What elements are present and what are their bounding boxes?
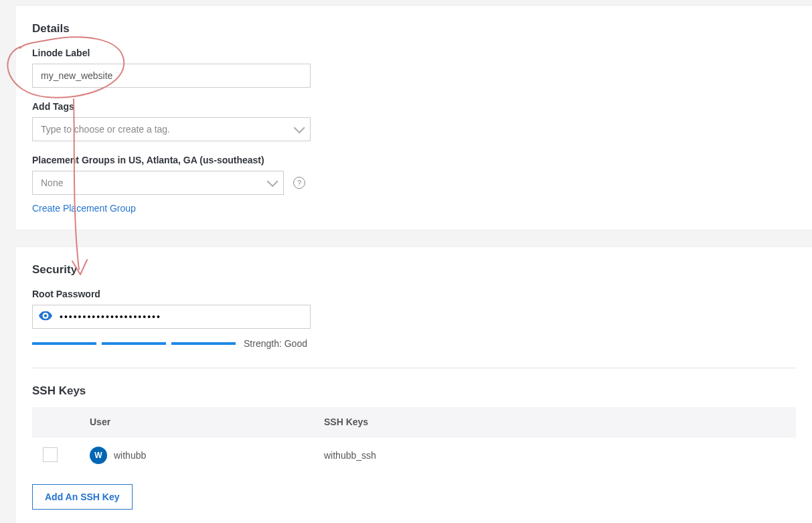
avatar: W (90, 447, 107, 464)
linode-label-input[interactable] (32, 64, 311, 88)
help-icon[interactable]: ? (293, 177, 305, 189)
add-tags-label: Add Tags (32, 101, 796, 112)
ssh-username: withubb (114, 450, 146, 461)
placement-select[interactable]: None (32, 171, 284, 195)
ssh-keys-title: SSH Keys (32, 384, 796, 398)
strength-bar-2 (102, 342, 166, 345)
add-ssh-key-button[interactable]: Add An SSH Key (32, 484, 133, 510)
root-password-group: Root Password Strength: Good (32, 289, 796, 349)
placement-group-field: Placement Groups in US, Atlanta, GA (us-… (32, 155, 796, 214)
ssh-col-user: User (79, 407, 313, 437)
create-placement-link[interactable]: Create Placement Group (32, 203, 136, 214)
add-tags-placeholder: Type to choose or create a tag. (41, 124, 170, 135)
strength-label: Strength: Good (244, 338, 307, 349)
table-row: W withubb withubb_ssh (32, 437, 796, 474)
placement-label: Placement Groups in US, Atlanta, GA (us-… (32, 155, 796, 165)
security-panel: Security Root Password Strength: Good SS… (16, 246, 812, 523)
root-password-label: Root Password (32, 289, 796, 299)
ssh-row-checkbox[interactable] (43, 447, 58, 462)
strength-bar-3 (171, 342, 236, 345)
svg-point-0 (44, 314, 47, 317)
ssh-col-checkbox (32, 407, 79, 437)
divider (32, 368, 796, 368)
linode-label-label: Linode Label (32, 48, 796, 58)
eye-icon[interactable] (39, 311, 52, 323)
details-panel: Details Linode Label Add Tags Type to ch… (16, 5, 812, 230)
password-strength-meter: Strength: Good (32, 338, 796, 349)
details-title: Details (32, 22, 796, 35)
add-tags-group: Add Tags Type to choose or create a tag. (32, 101, 796, 141)
security-title: Security (32, 263, 796, 277)
chevron-down-icon (267, 175, 278, 187)
strength-bar-1 (32, 342, 96, 345)
ssh-keys-table: User SSH Keys W withubb withubb_ssh (32, 407, 796, 473)
add-tags-select[interactable]: Type to choose or create a tag. (32, 117, 311, 141)
ssh-col-keys: SSH Keys (313, 407, 796, 437)
placement-selected: None (41, 177, 63, 188)
linode-label-group: Linode Label (32, 48, 796, 88)
root-password-input[interactable] (32, 305, 311, 329)
chevron-down-icon (294, 122, 305, 133)
ssh-key-name: withubb_ssh (324, 450, 376, 461)
